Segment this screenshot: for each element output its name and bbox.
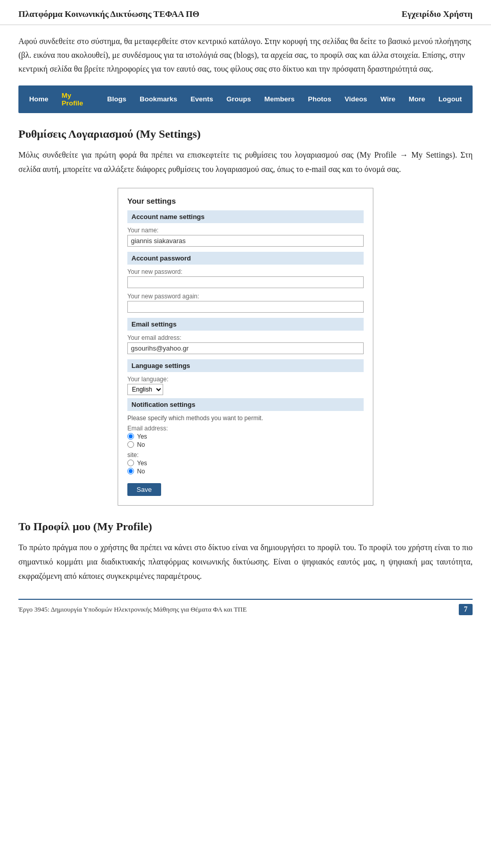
nav-photos[interactable]: Photos: [301, 89, 338, 109]
nav-wire[interactable]: Wire: [374, 89, 402, 109]
settings-box: Your settings Account name settings Your…: [118, 188, 373, 506]
site-yes-radio[interactable]: [127, 460, 134, 466]
nav-home[interactable]: Home: [23, 89, 55, 109]
language-select[interactable]: English Greek: [127, 384, 163, 395]
your-name-label: Your name:: [127, 227, 364, 234]
profile-heading: Το Προφίλ μου (My Profile): [18, 520, 473, 533]
site-yes-row: Yes: [127, 460, 364, 467]
page-header: Πλατφόρμα Κοινωνικής Δικτύωσης ΤΕΦΑΑ ΠΘ …: [0, 0, 491, 25]
new-password-again-label: Your new password again:: [127, 293, 364, 300]
nav-more[interactable]: More: [402, 89, 432, 109]
nav-blogs[interactable]: Blogs: [100, 89, 133, 109]
nav-logout[interactable]: Logout: [432, 89, 468, 109]
nav-videos[interactable]: Videos: [338, 89, 374, 109]
nav-bookmarks[interactable]: Bookmarks: [133, 89, 184, 109]
account-password-section: Account password: [127, 252, 364, 265]
intro-paragraph: Αφού συνδεθείτε στο σύστημα, θα μεταφερθ…: [18, 34, 473, 76]
site-no-row: No: [127, 468, 364, 475]
new-password-label: Your new password:: [127, 268, 364, 275]
language-section: Language settings: [127, 359, 364, 372]
save-button[interactable]: Save: [127, 483, 161, 496]
nav-groups[interactable]: Groups: [220, 89, 258, 109]
site-yes-label: Yes: [137, 460, 147, 467]
profile-paragraph: Το πρώτο πράγμα που ο χρήστης θα πρέπει …: [18, 540, 473, 583]
account-name-section: Account name settings: [127, 210, 364, 223]
email-address-label: Email address:: [127, 425, 364, 432]
nav-members[interactable]: Members: [258, 89, 301, 109]
footer-text: Έργο 3945: Δημιουργία Υποδομών Ηλεκτρονι…: [18, 605, 247, 614]
nav-events[interactable]: Events: [184, 89, 220, 109]
site-label: site:: [127, 451, 364, 459]
settings-paragraph: Μόλις συνδεθείτε για πρώτη φορά θα πρέπε…: [18, 148, 473, 177]
new-password-input[interactable]: [127, 276, 364, 288]
email-no-label: No: [137, 441, 145, 448]
header-left: Πλατφόρμα Κοινωνικής Δικτύωσης ΤΕΦΑΑ ΠΘ: [18, 9, 199, 19]
navigation-bar: Home My Profile Blogs Bookmarks Events G…: [18, 85, 473, 113]
notification-text: Please specify which methods you want to…: [127, 415, 364, 422]
header-right: Εγχειρίδιο Χρήστη: [401, 9, 473, 19]
page-footer: Έργο 3945: Δημιουργία Υποδομών Ηλεκτρονι…: [18, 599, 473, 615]
page-number: 7: [459, 604, 473, 615]
site-no-radio[interactable]: [127, 468, 134, 474]
settings-box-title: Your settings: [127, 197, 364, 205]
email-input[interactable]: [127, 342, 364, 354]
site-no-label: No: [137, 468, 145, 475]
email-yes-radio[interactable]: [127, 433, 134, 440]
email-notif-block: Email address: Yes No: [127, 425, 364, 448]
notification-section: Notification settings: [127, 398, 364, 411]
new-password-again-input[interactable]: [127, 301, 364, 313]
email-no-row: No: [127, 441, 364, 448]
your-name-input[interactable]: [127, 235, 364, 247]
email-no-radio[interactable]: [127, 441, 134, 448]
site-notif-block: site: Yes No: [127, 451, 364, 475]
nav-my-profile[interactable]: My Profile: [55, 85, 101, 113]
email-label: Your email address:: [127, 334, 364, 341]
main-content: Αφού συνδεθείτε στο σύστημα, θα μεταφερθ…: [0, 34, 491, 583]
settings-heading: Ρυθμίσεις Λογαριασμού (My Settings): [18, 127, 473, 141]
email-yes-label: Yes: [137, 433, 147, 440]
email-yes-row: Yes: [127, 433, 364, 440]
email-section: Email settings: [127, 318, 364, 331]
language-label: Your language:: [127, 376, 364, 383]
